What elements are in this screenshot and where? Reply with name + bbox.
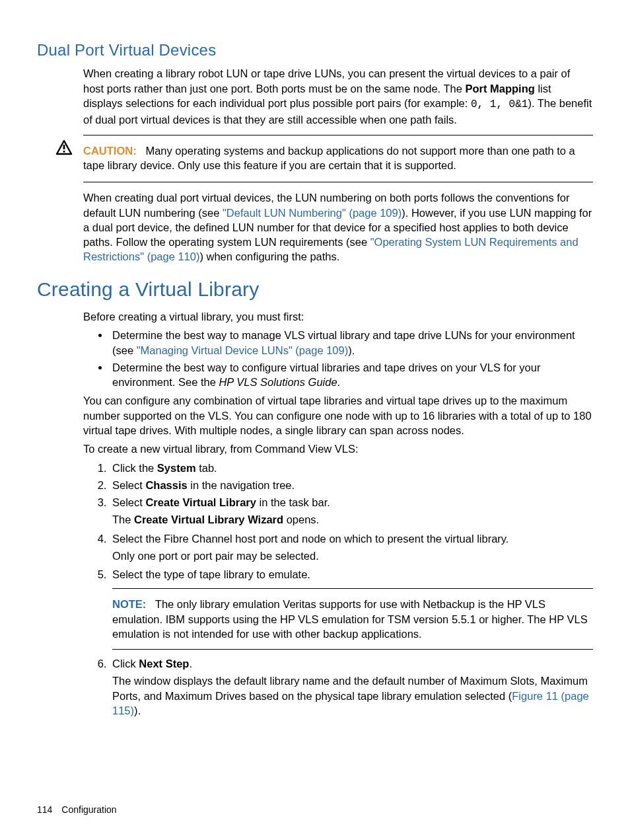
bold-chassis: Chassis	[145, 479, 187, 491]
text: .	[337, 376, 341, 388]
para: When creating dual port virtual devices,…	[83, 190, 593, 264]
text: Click	[112, 658, 139, 669]
text: Select	[112, 496, 145, 508]
caution-admonition: CAUTION: Many operating systems and back…	[83, 135, 593, 183]
page-number: 114	[37, 804, 52, 816]
page-footer: 114Configuration	[37, 804, 117, 816]
italic-guide: HP VLS Solutions Guide	[219, 376, 337, 388]
para-intro: Before creating a virtual library, you m…	[83, 309, 593, 324]
note-label: NOTE:	[112, 598, 146, 610]
caution-label: CAUTION:	[83, 145, 137, 157]
link-managing-luns[interactable]: "Managing Virtual Device LUNs" (page 109…	[137, 344, 349, 356]
section1-body2: When creating dual port virtual devices,…	[83, 190, 593, 264]
list-item: Determine the best way to manage VLS vir…	[110, 328, 593, 358]
caution-icon	[55, 139, 73, 155]
svg-rect-0	[63, 145, 65, 149]
bold-wizard: Create Virtual Library Wizard	[134, 514, 283, 525]
para: To create a new virtual library, from Co…	[83, 441, 593, 456]
caution-text: CAUTION: Many operating systems and back…	[83, 143, 593, 173]
text: Select the type of tape library to emula…	[112, 568, 310, 580]
step-6: Click Next Step. The window displays the…	[110, 656, 593, 718]
para: When creating a library robot LUN or tap…	[83, 66, 593, 126]
ordered-steps: Click the System tab. Select Chassis in …	[83, 461, 593, 718]
step-sub: Only one port or port pair may be select…	[112, 549, 593, 563]
svg-rect-1	[63, 151, 65, 153]
step-4: Select the Fibre Channel host port and n…	[110, 531, 593, 564]
step-sub: The window displays the default library …	[112, 673, 593, 718]
step-sub: The Create Virtual Library Wizard opens.	[112, 512, 593, 527]
text: Select the Fibre Channel host port and n…	[112, 533, 508, 545]
note-admonition: NOTE: The only library emulation Veritas…	[112, 588, 593, 650]
step-1: Click the System tab.	[110, 461, 593, 475]
text: ).	[134, 705, 141, 716]
heading-dual-port: Dual Port Virtual Devices	[37, 40, 593, 61]
text: in the task bar.	[256, 496, 330, 508]
bullet-list: Determine the best way to manage VLS vir…	[83, 328, 593, 389]
link-default-lun[interactable]: "Default LUN Numbering" (page 109)	[223, 207, 402, 219]
text: ) when configuring the paths.	[199, 250, 339, 262]
section1-body: When creating a library robot LUN or tap…	[83, 66, 593, 126]
code-port-list: 0, 1, 0&1	[471, 98, 528, 110]
text: The only library emulation Veritas suppo…	[112, 598, 588, 640]
para: You can configure any combination of vir…	[83, 393, 593, 438]
text: Many operating systems and backup applic…	[83, 145, 575, 171]
step-2: Select Chassis in the navigation tree.	[110, 478, 593, 492]
bold-port-mapping: Port Mapping	[465, 83, 534, 95]
text: opens.	[283, 514, 319, 525]
text: ).	[348, 344, 355, 356]
bold-system: System	[157, 462, 196, 474]
step-5: Select the type of tape library to emula…	[110, 567, 593, 650]
bold-create-vl: Create Virtual Library	[145, 496, 256, 508]
text: Select	[112, 479, 145, 491]
text: The	[112, 514, 134, 525]
section2-body: Before creating a virtual library, you m…	[83, 309, 593, 718]
text: in the navigation tree.	[188, 479, 295, 491]
heading-creating-virtual-library: Creating a Virtual Library	[37, 276, 593, 303]
step-3: Select Create Virtual Library in the tas…	[110, 495, 593, 527]
footer-label: Configuration	[61, 804, 116, 815]
text: Click the	[112, 462, 157, 474]
text: tab.	[196, 462, 217, 474]
text: .	[189, 658, 192, 669]
bold-next-step: Next Step	[139, 658, 189, 669]
note-text: NOTE: The only library emulation Veritas…	[112, 597, 593, 641]
list-item: Determine the best way to configure virt…	[110, 360, 593, 390]
